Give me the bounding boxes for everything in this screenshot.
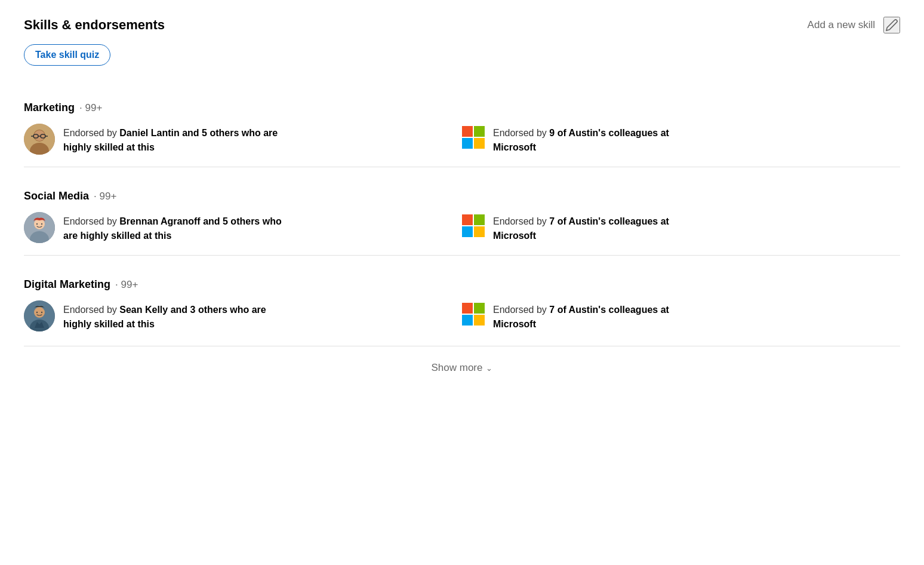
company-endorsement-text-digital-marketing: Endorsed by 7 of Austin's colleagues atM… [493, 300, 669, 331]
section-title: Skills & endorsements [24, 17, 165, 33]
endorsements-row-social-media: Endorsed by Brennan Agranoff and 5 other… [24, 212, 900, 243]
skill-count: · 99+ [115, 279, 138, 291]
endorsements-row-marketing: Endorsed by Daniel Lantin and 5 others w… [24, 124, 900, 155]
endorser-avatar-digital-marketing [24, 300, 55, 331]
skill-name: Digital Marketing [24, 278, 110, 291]
skill-name: Marketing [24, 102, 75, 114]
edit-button[interactable] [883, 17, 900, 33]
ms-logo-blue [462, 138, 473, 149]
endorser-face-marketing [24, 124, 55, 155]
ms-logo-green [474, 214, 485, 225]
svg-point-18 [41, 312, 42, 313]
person-endorsement-text-marketing: Endorsed by Daniel Lantin and 5 others w… [63, 124, 278, 155]
endorser-avatar-social-media [24, 212, 55, 243]
header-actions: Add a new skill [808, 17, 900, 33]
microsoft-logo-marketing [462, 126, 485, 149]
company-endorsement-social-media: Endorsed by 7 of Austin's colleagues atM… [462, 212, 900, 243]
skill-header-social-media: Social Media · 99+ [24, 190, 900, 202]
ms-logo-red [462, 303, 473, 314]
company-endorsement-text-marketing: Endorsed by 9 of Austin's colleagues atM… [493, 124, 669, 155]
skill-item-social-media: Social Media · 99+ [24, 167, 900, 243]
endorser-face-social-media [24, 212, 55, 243]
endorser-avatar-marketing [24, 124, 55, 155]
person-endorsement-marketing: Endorsed by Daniel Lantin and 5 others w… [24, 124, 462, 155]
svg-point-13 [41, 223, 42, 225]
skill-header-marketing: Marketing · 99+ [24, 102, 900, 114]
ms-logo-green [474, 303, 485, 314]
person-endorsement-digital-marketing: Endorsed by Sean Kelly and 3 others who … [24, 300, 462, 331]
company-endorsement-text-social-media: Endorsed by 7 of Austin's colleagues atM… [493, 212, 669, 243]
microsoft-logo-digital-marketing [462, 303, 485, 326]
ms-logo-yellow [474, 315, 485, 326]
skill-count: · 99+ [79, 102, 102, 114]
svg-point-15 [34, 307, 45, 318]
chevron-down-icon: ⌄ [486, 364, 492, 373]
skill-header-digital-marketing: Digital Marketing · 99+ [24, 278, 900, 291]
ms-logo-green [474, 126, 485, 137]
ms-logo-red [462, 126, 473, 137]
skill-count: · 99+ [94, 191, 116, 202]
person-endorsement-social-media: Endorsed by Brennan Agranoff and 5 other… [24, 212, 462, 243]
ms-logo-yellow [474, 226, 485, 237]
show-more-label: Show more [432, 362, 483, 374]
pencil-icon [885, 19, 898, 32]
skills-list: Marketing · 99+ [24, 79, 900, 331]
svg-point-3 [34, 130, 45, 141]
svg-point-12 [36, 223, 38, 225]
ms-logo-yellow [474, 138, 485, 149]
endorsements-row-digital-marketing: Endorsed by Sean Kelly and 3 others who … [24, 300, 900, 331]
show-more-button[interactable]: Show more ⌄ [432, 362, 493, 374]
company-endorsement-marketing: Endorsed by 9 of Austin's colleagues atM… [462, 124, 900, 155]
add-skill-text: Add a new skill [808, 19, 875, 31]
section-header: Skills & endorsements Add a new skill [24, 17, 900, 33]
skill-item-digital-marketing: Digital Marketing · 99+ [24, 256, 900, 331]
show-more-section: Show more ⌄ [24, 346, 900, 393]
person-endorsement-text-social-media: Endorsed by Brennan Agranoff and 5 other… [63, 212, 282, 243]
svg-point-17 [36, 312, 38, 313]
company-endorsement-digital-marketing: Endorsed by 7 of Austin's colleagues atM… [462, 300, 900, 331]
ms-logo-red [462, 214, 473, 225]
take-skill-quiz-button[interactable]: Take skill quiz [24, 44, 110, 66]
ms-logo-blue [462, 226, 473, 237]
person-endorsement-text-digital-marketing: Endorsed by Sean Kelly and 3 others who … [63, 300, 266, 331]
skills-endorsements-card: Skills & endorsements Add a new skill Ta… [0, 0, 924, 565]
skill-item-marketing: Marketing · 99+ [24, 79, 900, 155]
skill-name: Social Media [24, 190, 89, 202]
ms-logo-blue [462, 315, 473, 326]
endorser-face-digital-marketing [24, 300, 55, 331]
microsoft-logo-social-media [462, 214, 485, 237]
